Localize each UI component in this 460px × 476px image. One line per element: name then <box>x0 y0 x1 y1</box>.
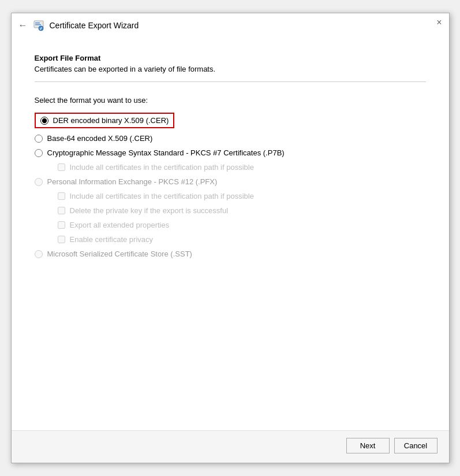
checkbox-pfx-privacy <box>58 236 65 243</box>
dialog-title: Certificate Export Wizard <box>50 21 139 30</box>
option-der-label: DER encoded binary X.509 (.CER) <box>53 116 169 125</box>
close-button[interactable]: × <box>436 18 442 27</box>
option-sst[interactable]: Microsoft Serialized Certificate Store (… <box>35 250 426 258</box>
checkbox-pkcs7-path <box>58 163 65 171</box>
next-button[interactable]: Next <box>346 438 390 453</box>
checkbox-pfx-delete <box>58 207 65 214</box>
title-bar: ← ✓ Certificate Export Wizard × <box>12 13 449 36</box>
radio-pkcs7[interactable] <box>35 149 43 157</box>
option-base64[interactable]: Base-64 encoded X.509 (.CER) <box>35 134 426 143</box>
option-pkcs7[interactable]: Cryptographic Message Syntax Standard - … <box>35 148 426 157</box>
cancel-button[interactable]: Cancel <box>394 438 437 453</box>
cert-icon: ✓ <box>32 19 45 32</box>
sub-pfx-delete: Delete the private key if the export is … <box>58 206 426 215</box>
sub-pkcs7-path: Include all certificates in the certific… <box>58 163 426 172</box>
option-pfx[interactable]: Personal Information Exchange - PKCS #12… <box>35 177 426 186</box>
sub-pfx-privacy: Enable certificate privacy <box>58 235 426 244</box>
back-button[interactable]: ← <box>18 20 28 31</box>
sub-pfx-extended-label: Export all extended properties <box>70 221 170 229</box>
svg-rect-1 <box>35 23 40 24</box>
radio-pfx <box>35 178 43 186</box>
sub-pfx-extended: Export all extended properties <box>58 221 426 229</box>
certificate-export-wizard-dialog: ← ✓ Certificate Export Wizard × Export F… <box>11 13 450 463</box>
sub-pfx-delete-label: Delete the private key if the export is … <box>70 206 229 215</box>
radio-sst <box>35 250 43 258</box>
divider <box>35 81 426 82</box>
dialog-footer: Next Cancel <box>12 430 449 463</box>
sub-pfx-privacy-label: Enable certificate privacy <box>70 235 154 244</box>
option-der[interactable]: DER encoded binary X.509 (.CER) <box>35 113 175 128</box>
main-content: Export File Format Certificates can be e… <box>12 36 449 430</box>
sub-pfx-path: Include all certificates in the certific… <box>58 192 426 200</box>
option-sst-label: Microsoft Serialized Certificate Store (… <box>47 250 192 258</box>
option-pkcs7-label: Cryptographic Message Syntax Standard - … <box>47 148 285 157</box>
format-options-group: DER encoded binary X.509 (.CER) Base-64 … <box>35 113 426 258</box>
checkbox-pfx-path <box>58 192 65 200</box>
svg-text:✓: ✓ <box>39 27 43 31</box>
sub-pkcs7-path-label: Include all certificates in the certific… <box>70 163 254 172</box>
radio-base64[interactable] <box>35 135 43 143</box>
sub-pfx-path-label: Include all certificates in the certific… <box>70 192 254 200</box>
section-description: Certificates can be exported in a variet… <box>35 65 426 73</box>
svg-rect-2 <box>35 24 41 25</box>
checkbox-pfx-extended <box>58 221 65 229</box>
section-title: Export File Format <box>35 54 426 62</box>
format-prompt: Select the format you want to use: <box>35 96 426 105</box>
option-pfx-label: Personal Information Exchange - PKCS #12… <box>47 177 218 186</box>
radio-der[interactable] <box>40 117 48 125</box>
option-base64-label: Base-64 encoded X.509 (.CER) <box>47 134 153 143</box>
